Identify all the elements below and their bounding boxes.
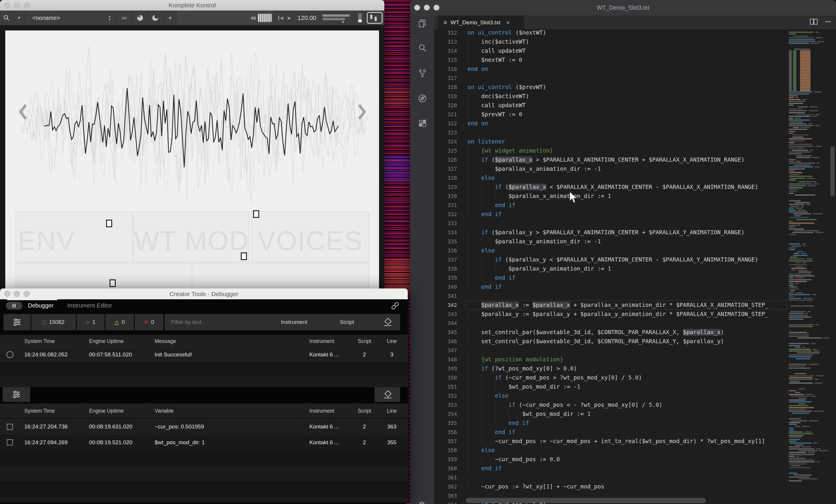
code-line[interactable]: 322end on bbox=[434, 119, 787, 128]
tempo-value[interactable]: 120.00 bbox=[298, 14, 316, 21]
zoom-icon[interactable] bbox=[434, 5, 439, 11]
code-line[interactable]: 315 $nextWT := 0 bbox=[434, 55, 787, 64]
code-line[interactable]: 361 bbox=[434, 473, 787, 482]
warning-count-toggle[interactable]: △ 0 bbox=[106, 314, 134, 330]
code-line[interactable]: 354 $wt_pos_mod_dir := 1 bbox=[434, 409, 787, 419]
variable-table-row[interactable]: 16:24:27.094.269 00:08:19.521.020 $wt_po… bbox=[0, 434, 408, 450]
code-line[interactable]: 342 $parallax_x := $parallax_x + $parall… bbox=[434, 301, 787, 310]
tab-instrument-editor[interactable]: Instrument Editor bbox=[68, 302, 112, 310]
quantize-button[interactable]: ♪♪♪ bbox=[115, 11, 133, 25]
code-line[interactable]: 313 inc($activeWT) bbox=[434, 37, 787, 46]
code-line[interactable]: 339 end if bbox=[434, 273, 787, 282]
editor-traffic-lights[interactable] bbox=[414, 5, 443, 11]
code-line[interactable]: 314 call updateWT bbox=[434, 46, 787, 55]
code-line[interactable]: 360 end if bbox=[434, 464, 787, 473]
minimize-icon[interactable] bbox=[14, 291, 20, 297]
rewind-icon[interactable]: ◀ bbox=[280, 16, 283, 20]
code-line[interactable]: 332 end if bbox=[434, 210, 787, 219]
code-line[interactable]: 312on ui_control ($nextWT) bbox=[434, 28, 787, 37]
code-line[interactable]: 317 bbox=[434, 74, 787, 82]
code-line[interactable]: 353 if (~cur_mod_pos < - ?wt_pos_mod_xy[… bbox=[434, 400, 787, 409]
pause-button[interactable] bbox=[6, 302, 22, 310]
code-line[interactable]: 325 {wt widget animation} bbox=[434, 146, 787, 155]
tempo-slider[interactable]: ▲ bbox=[322, 14, 350, 22]
keyboard-range-segment[interactable]: 49 bbox=[177, 11, 275, 25]
code-line[interactable]: 336 else bbox=[434, 246, 787, 255]
code-line[interactable]: 340 end if bbox=[434, 282, 787, 291]
error-count-toggle[interactable]: × 0 bbox=[135, 314, 164, 330]
code-line[interactable]: 330 $parallax_x_animation_dir := 1 bbox=[434, 192, 787, 200]
code-line[interactable]: 346 set_control_par($wavetable_3d_id, $C… bbox=[434, 337, 787, 346]
prev-wavetable-button[interactable] bbox=[18, 103, 29, 121]
total-count-toggle[interactable]: □ 15082 bbox=[31, 314, 76, 330]
ct-titlebar[interactable]: Creator Tools - Debugger bbox=[0, 288, 408, 299]
close-icon[interactable] bbox=[414, 5, 420, 11]
filter-text-input[interactable]: Filter by text... bbox=[165, 314, 281, 330]
code-line[interactable]: 327 $parallax_x_animation_dir := -1 bbox=[434, 164, 787, 173]
zoom-icon[interactable] bbox=[23, 291, 30, 297]
code-line[interactable]: 348 {wt position modulation} bbox=[434, 355, 787, 364]
code-line[interactable]: 362 ~cur_pos := ?wt_xy[1] + ~cur_mod_pos bbox=[434, 482, 787, 491]
drag-handle[interactable] bbox=[106, 220, 112, 227]
play-icon[interactable]: ▶ bbox=[288, 16, 291, 20]
search-icon[interactable] bbox=[418, 44, 427, 53]
next-wavetable-button[interactable] bbox=[356, 103, 367, 121]
filter-settings-button[interactable] bbox=[3, 314, 31, 330]
browse-button[interactable] bbox=[0, 11, 13, 25]
source-control-icon[interactable] bbox=[418, 69, 427, 78]
code-line[interactable]: 333 bbox=[434, 219, 787, 228]
variable-filter-button[interactable] bbox=[3, 387, 30, 402]
code-line[interactable]: 341 bbox=[434, 291, 787, 301]
code-line[interactable]: 318on ui_control ($prevWT) bbox=[434, 82, 787, 92]
code-line[interactable]: 343 $parallax_y := $parallax_y + $parall… bbox=[434, 310, 787, 318]
code-line[interactable]: 338 $parallax_y_animation_dir := 1 bbox=[434, 264, 787, 273]
kk-titlebar[interactable]: Komplete Kontrol bbox=[0, 0, 384, 11]
code-line[interactable]: 356 end if bbox=[434, 428, 787, 437]
variable-table-row[interactable]: 16:24:27.204.736 00:08:19.631.020 ~cur_p… bbox=[0, 419, 408, 434]
code-line[interactable]: 355 end if bbox=[434, 419, 787, 428]
info-count-toggle[interactable]: ○ 1 bbox=[77, 314, 104, 330]
close-icon[interactable] bbox=[4, 291, 10, 297]
code-line[interactable]: 347 bbox=[434, 346, 787, 355]
add-button[interactable]: + bbox=[163, 11, 178, 25]
editor-titlebar[interactable]: WT_Demo_Slot3.txt bbox=[410, 0, 836, 16]
scrollbar-thumb[interactable] bbox=[831, 147, 835, 196]
code-line[interactable]: 349 if (?wt_pos_mod_xy[0] > 0.0) bbox=[434, 364, 787, 373]
code-line[interactable]: 334 if ($parallax_y > $PARALLAX_Y_ANIMAT… bbox=[434, 228, 787, 237]
watch-checkbox[interactable] bbox=[7, 439, 13, 445]
vertical-scrollbar[interactable] bbox=[829, 29, 836, 504]
wavetable-display[interactable]: ENV WT MOD VOICES bbox=[5, 31, 379, 293]
code-line[interactable]: 358 else bbox=[434, 446, 787, 455]
close-icon[interactable] bbox=[4, 2, 10, 8]
code-line[interactable]: 350 if (~cur_mod_pos > ?wt_pos_mod_xy[0]… bbox=[434, 373, 787, 382]
more-actions-icon[interactable]: ••• bbox=[825, 19, 831, 24]
drag-handle[interactable] bbox=[110, 279, 116, 287]
minimize-icon[interactable] bbox=[14, 2, 20, 8]
code-line[interactable]: 316end on bbox=[434, 64, 787, 74]
code-line[interactable]: 344 bbox=[434, 318, 787, 328]
preset-name-field[interactable]: <noname> ▲▼ bbox=[25, 11, 115, 25]
minimap[interactable] bbox=[787, 29, 829, 504]
instrument-dropdown[interactable]: Instrument ∨ bbox=[276, 314, 344, 330]
code-line[interactable]: 331 end if bbox=[434, 200, 787, 210]
code-line[interactable]: 352 else bbox=[434, 391, 787, 400]
code-line[interactable]: 319 dec($activeWT) bbox=[434, 92, 787, 101]
preset-dropdown-button[interactable]: ▼ bbox=[13, 11, 25, 25]
tab-debugger[interactable]: Debugger bbox=[28, 302, 54, 310]
code-line[interactable]: 323 bbox=[434, 128, 787, 137]
code-line[interactable]: 337 if ($parallax_y < $PARALLAX_Y_ANIMAT… bbox=[434, 255, 787, 264]
tempo-sync-button[interactable] bbox=[148, 11, 163, 25]
code-line[interactable]: 351 $wt_pos_mod_dir := -1 bbox=[434, 382, 787, 391]
settings-gear-icon[interactable]: ⚙ bbox=[415, 499, 429, 504]
debug-icon[interactable] bbox=[418, 94, 427, 103]
split-editor-icon[interactable] bbox=[810, 18, 818, 25]
drag-handle[interactable] bbox=[253, 210, 259, 218]
code-line[interactable]: 328 else bbox=[434, 173, 787, 182]
zoom-icon[interactable] bbox=[24, 2, 30, 8]
metronome-button[interactable] bbox=[132, 11, 148, 25]
code-line[interactable]: 326 if ($parallax_x > $PARALLAX_X_ANIMAT… bbox=[434, 155, 787, 164]
message-table-row[interactable]: 16:24:06.082.052 00:07:58.511.020 Init S… bbox=[0, 348, 408, 362]
code-line[interactable]: 320 call updateWT bbox=[434, 101, 787, 110]
extensions-icon[interactable] bbox=[418, 119, 427, 128]
code-line[interactable]: 324on listener bbox=[434, 137, 787, 146]
